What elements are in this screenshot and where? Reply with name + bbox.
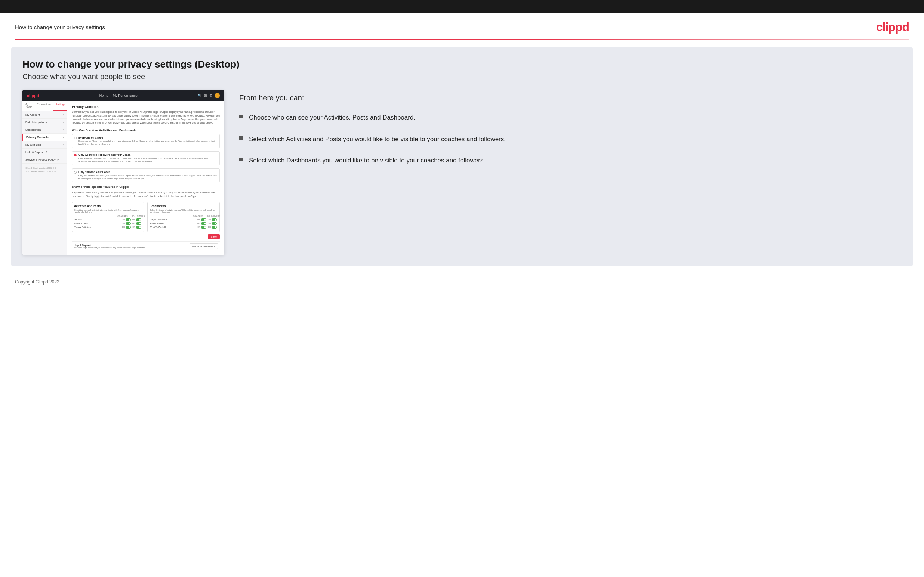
footer: Copyright Clippd 2022 <box>0 273 924 290</box>
mock-sidebar-helpsupport: Help & Support ↗ <box>23 148 67 156</box>
mock-save-button[interactable]: Save <box>208 234 220 239</box>
mock-sidebar-subscription: Subscription › <box>23 126 67 134</box>
bullet-text-1: Choose who can see your Activities, Post… <box>249 113 415 122</box>
header: How to change your privacy settings clip… <box>0 13 924 39</box>
mock-sidebar-myaccount: My Account › <box>23 111 67 119</box>
mock-show-hide-desc: Regardless of the privacy controls that … <box>72 191 220 198</box>
top-bar <box>0 0 924 13</box>
logo: clippd <box>876 20 909 34</box>
mock-activities-box: Activities and Posts Select the types of… <box>72 202 144 232</box>
mock-main-panel: Privacy Controls Control how you and you… <box>67 101 224 255</box>
screenshot-mockup: clippd Home My Performance 🔍 ⊞ ⚙ My Pro <box>23 90 224 255</box>
main-content: How to change your privacy settings (Des… <box>11 47 913 266</box>
mock-nav-performance: My Performance <box>113 94 137 97</box>
mock-sidebar-privacycontrols: Privacy Controls › <box>23 134 67 141</box>
mock-radio-circle-onlyyou <box>74 171 77 174</box>
mock-sidebar-dataintegrations: Data Integrations › <box>23 119 67 126</box>
mock-sidebar: My Profile Connections Settings My Accou… <box>23 101 67 255</box>
mock-who-can-see-title: Who Can See Your Activities and Dashboar… <box>72 129 220 132</box>
mock-sidebar-tabs: My Profile Connections Settings <box>23 101 67 111</box>
mock-toggle-row-manual: Manual Activities ON ON <box>74 226 142 229</box>
mock-nav-links: Home My Performance <box>99 94 137 97</box>
mock-sidebar-mygolfbag: My Golf Bag › <box>23 141 67 148</box>
mock-avatar <box>215 93 220 98</box>
mock-radio-group: Everyone on Clippd Everyone on Clippd ca… <box>72 134 220 182</box>
mock-dashboards-box: Dashboards Select the types of activity … <box>147 202 220 232</box>
mock-radio-onlyyou: Only You and Your Coach Only you and the… <box>72 168 220 183</box>
mock-radio-circle-followers <box>74 154 77 156</box>
mock-toggle-row-playerdash: Player Dashboard ON ON <box>150 219 218 221</box>
mock-chevron-myaccount: › <box>63 114 64 116</box>
mock-toggle-row-whattoworkon: What To Work On ON ON <box>150 226 218 229</box>
mock-tab-myprofile: My Profile <box>23 101 34 111</box>
content-row: clippd Home My Performance 🔍 ⊞ ⚙ My Pro <box>23 90 901 255</box>
mock-radio-circle-everyone <box>74 137 77 139</box>
mock-tab-connections: Connections <box>34 101 53 111</box>
bullet-text-2: Select which Activities and Posts you wo… <box>249 134 506 144</box>
bullet-item-1: Choose who can see your Activities, Post… <box>239 113 901 122</box>
bullet-item-3: Select which Dashboards you would like t… <box>239 156 901 166</box>
page-subheading: Choose what you want people to see <box>23 73 901 81</box>
mock-chevron-privacy: › <box>63 136 64 139</box>
bullet-list: Choose who can see your Activities, Post… <box>239 113 901 166</box>
mock-help-section: Help & Support Visit our Clippd communit… <box>72 241 220 251</box>
mock-show-hide-title: Show or hide specific features in Clippd <box>72 185 220 189</box>
mock-save-row: Save <box>72 234 220 239</box>
mock-chevron-subscription: › <box>63 129 64 131</box>
mock-privacy-controls-title: Privacy Controls <box>72 105 220 109</box>
mock-body: My Profile Connections Settings My Accou… <box>23 101 224 255</box>
mock-tab-settings: Settings <box>53 101 67 111</box>
mock-radio-followers: Only Approved Followers and Your Coach O… <box>72 151 220 166</box>
mock-sidebar-serviceprivacy: Service & Privacy Policy ↗ <box>23 156 67 164</box>
bullet-square-2 <box>239 136 243 140</box>
mock-toggle-row-drills: Practice Drills ON ON <box>74 222 142 225</box>
copyright: Copyright Clippd 2022 <box>15 279 60 285</box>
bullet-square-3 <box>239 158 243 161</box>
mock-search-icon: 🔍 <box>198 94 202 97</box>
bullet-square-1 <box>239 114 243 118</box>
bullet-item-2: Select which Activities and Posts you wo… <box>239 134 901 144</box>
mock-toggle-row-roundinsights: Round Insights ON ON <box>150 222 218 225</box>
mock-grid-icon: ⊞ <box>204 94 207 97</box>
mock-privacy-controls-desc: Control how you and your data appears to… <box>72 110 220 125</box>
page-heading: How to change your privacy settings (Des… <box>23 59 901 70</box>
mock-nav-icons: 🔍 ⊞ ⚙ <box>198 93 220 98</box>
header-divider <box>15 39 909 40</box>
mock-nav-home: Home <box>99 94 108 97</box>
right-panel: From here you can: Choose who can see yo… <box>239 90 901 166</box>
mock-navbar: clippd Home My Performance 🔍 ⊞ ⚙ <box>23 90 224 101</box>
mock-toggle-section: Activities and Posts Select the types of… <box>72 202 220 232</box>
mock-logo: clippd <box>27 93 39 98</box>
from-here-title: From here you can: <box>239 94 901 102</box>
bullet-text-3: Select which Dashboards you would like t… <box>249 156 485 166</box>
header-title: How to change your privacy settings <box>15 24 105 30</box>
mock-radio-everyone: Everyone on Clippd Everyone on Clippd ca… <box>72 134 220 148</box>
mock-settings-icon: ⚙ <box>209 94 212 97</box>
mock-chevron-golfbag: › <box>63 143 64 146</box>
mock-chevron-dataintegrations: › <box>63 121 64 124</box>
mock-version: Clippd Client Version: 2022.8.2SQL Serve… <box>23 164 67 176</box>
mock-visit-community-button[interactable]: Visit Our Community ↗ <box>189 243 218 249</box>
mock-toggle-row-rounds: Rounds ON ON <box>74 219 142 221</box>
